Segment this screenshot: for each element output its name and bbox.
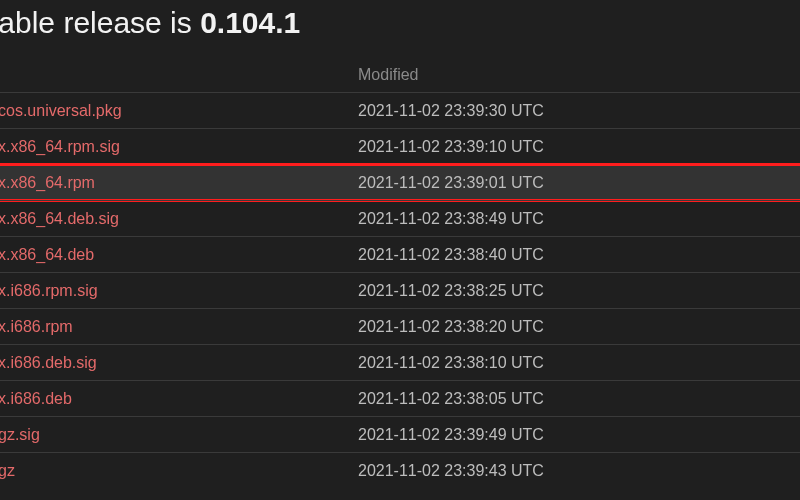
file-name-cell: x.x86_64.deb.sig bbox=[0, 210, 350, 228]
file-link[interactable]: x.i686.deb bbox=[0, 390, 72, 407]
file-modified-time: 2021-11-02 23:39:30 UTC bbox=[358, 102, 544, 119]
file-modified-cell: 2021-11-02 23:38:40 UTC bbox=[350, 246, 790, 264]
file-listing-page: table release is 0.104.1 Modified cos.un… bbox=[0, 0, 800, 500]
file-modified-cell: 2021-11-02 23:39:30 UTC bbox=[350, 102, 790, 120]
column-header-modified: Modified bbox=[350, 66, 790, 84]
table-row: gz.sig2021-11-02 23:39:49 UTC bbox=[0, 416, 800, 452]
file-table: Modified cos.universal.pkg2021-11-02 23:… bbox=[0, 58, 800, 488]
file-name-cell: x.i686.deb bbox=[0, 390, 350, 408]
file-modified-time: 2021-11-02 23:39:49 UTC bbox=[358, 426, 544, 443]
file-name-cell: x.i686.deb.sig bbox=[0, 354, 350, 372]
file-modified-cell: 2021-11-02 23:39:43 UTC bbox=[350, 462, 790, 480]
file-modified-time: 2021-11-02 23:38:05 UTC bbox=[358, 390, 544, 407]
file-modified-cell: 2021-11-02 23:38:25 UTC bbox=[350, 282, 790, 300]
table-row: x.x86_64.rpm.sig2021-11-02 23:39:10 UTC bbox=[0, 128, 800, 164]
file-link[interactable]: cos.universal.pkg bbox=[0, 102, 122, 119]
file-link[interactable]: x.i686.rpm bbox=[0, 318, 73, 335]
file-modified-cell: 2021-11-02 23:38:05 UTC bbox=[350, 390, 790, 408]
file-link[interactable]: gz.sig bbox=[0, 426, 40, 443]
file-link[interactable]: x.x86_64.deb.sig bbox=[0, 210, 119, 227]
table-row: x.x86_64.rpm2021-11-02 23:39:01 UTC bbox=[0, 164, 800, 200]
file-modified-time: 2021-11-02 23:38:20 UTC bbox=[358, 318, 544, 335]
table-row: x.i686.rpm2021-11-02 23:38:20 UTC bbox=[0, 308, 800, 344]
file-name-cell: x.x86_64.rpm bbox=[0, 174, 350, 192]
file-modified-cell: 2021-11-02 23:39:49 UTC bbox=[350, 426, 790, 444]
file-modified-time: 2021-11-02 23:39:10 UTC bbox=[358, 138, 544, 155]
file-modified-time: 2021-11-02 23:38:25 UTC bbox=[358, 282, 544, 299]
table-row: x.i686.deb2021-11-02 23:38:05 UTC bbox=[0, 380, 800, 416]
file-name-cell: x.i686.rpm.sig bbox=[0, 282, 350, 300]
file-modified-cell: 2021-11-02 23:38:49 UTC bbox=[350, 210, 790, 228]
file-link[interactable]: x.x86_64.rpm bbox=[0, 174, 95, 191]
table-row: x.x86_64.deb.sig2021-11-02 23:38:49 UTC bbox=[0, 200, 800, 236]
file-name-cell: x.x86_64.deb bbox=[0, 246, 350, 264]
file-name-cell: x.x86_64.rpm.sig bbox=[0, 138, 350, 156]
file-modified-cell: 2021-11-02 23:38:20 UTC bbox=[350, 318, 790, 336]
page-title: table release is 0.104.1 bbox=[0, 6, 300, 40]
table-body: cos.universal.pkg2021-11-02 23:39:30 UTC… bbox=[0, 92, 800, 488]
file-modified-time: 2021-11-02 23:38:49 UTC bbox=[358, 210, 544, 227]
file-name-cell: cos.universal.pkg bbox=[0, 102, 350, 120]
file-modified-time: 2021-11-02 23:39:01 UTC bbox=[358, 174, 544, 191]
title-prefix: table release is bbox=[0, 6, 200, 39]
table-row: x.i686.rpm.sig2021-11-02 23:38:25 UTC bbox=[0, 272, 800, 308]
file-modified-time: 2021-11-02 23:38:10 UTC bbox=[358, 354, 544, 371]
file-modified-time: 2021-11-02 23:38:40 UTC bbox=[358, 246, 544, 263]
file-modified-cell: 2021-11-02 23:38:10 UTC bbox=[350, 354, 790, 372]
file-name-cell: gz bbox=[0, 462, 350, 480]
file-name-cell: x.i686.rpm bbox=[0, 318, 350, 336]
file-link[interactable]: x.x86_64.rpm.sig bbox=[0, 138, 120, 155]
file-name-cell: gz.sig bbox=[0, 426, 350, 444]
file-link[interactable]: gz bbox=[0, 462, 15, 479]
table-header-row: Modified bbox=[0, 58, 800, 92]
file-link[interactable]: x.i686.rpm.sig bbox=[0, 282, 98, 299]
table-row: x.x86_64.deb2021-11-02 23:38:40 UTC bbox=[0, 236, 800, 272]
file-link[interactable]: x.x86_64.deb bbox=[0, 246, 94, 263]
file-modified-time: 2021-11-02 23:39:43 UTC bbox=[358, 462, 544, 479]
table-row: x.i686.deb.sig2021-11-02 23:38:10 UTC bbox=[0, 344, 800, 380]
table-row: gz2021-11-02 23:39:43 UTC bbox=[0, 452, 800, 488]
table-row: cos.universal.pkg2021-11-02 23:39:30 UTC bbox=[0, 92, 800, 128]
file-modified-cell: 2021-11-02 23:39:10 UTC bbox=[350, 138, 790, 156]
file-modified-cell: 2021-11-02 23:39:01 UTC bbox=[350, 174, 790, 192]
file-link[interactable]: x.i686.deb.sig bbox=[0, 354, 97, 371]
release-version: 0.104.1 bbox=[200, 6, 300, 39]
